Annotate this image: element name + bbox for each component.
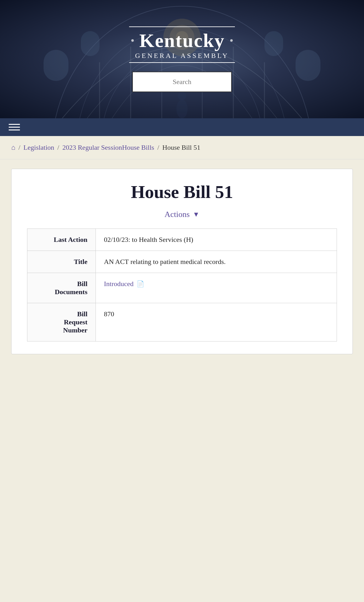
- logo-dot-right: [230, 39, 233, 42]
- actions-arrow-icon: ▼: [193, 210, 200, 219]
- value-last-action: 02/10/23: to Health Services (H): [96, 229, 337, 251]
- value-bill-request: 870: [96, 303, 337, 341]
- label-bill-request: BillRequestNumber: [27, 303, 96, 341]
- breadcrumb-session[interactable]: 2023 Regular Session: [62, 143, 122, 152]
- breadcrumb-sep-1: /: [57, 143, 59, 152]
- breadcrumb-sep-3: /: [157, 143, 159, 152]
- table-row-title: Title AN ACT relating to patient medical…: [27, 251, 337, 273]
- hamburger-line-3: [9, 129, 20, 130]
- search-input[interactable]: [132, 72, 232, 92]
- logo-area: Kentucky General Assembly: [129, 26, 235, 63]
- svg-point-17: [178, 92, 186, 100]
- breadcrumb-sep-0: /: [18, 143, 20, 152]
- logo-line-top: [129, 26, 235, 27]
- introduced-link[interactable]: Introduced 📄: [104, 280, 329, 288]
- navbar: [0, 118, 364, 136]
- table-row-bill-request: BillRequestNumber 870: [27, 303, 337, 341]
- breadcrumb-legislation[interactable]: Legislation: [23, 143, 54, 152]
- actions-container: Actions ▼: [27, 210, 337, 219]
- main-content: House Bill 51 Actions ▼ Last Action 02/1…: [11, 169, 353, 354]
- breadcrumb-home[interactable]: ⌂: [11, 143, 15, 152]
- logo-line-bottom: [129, 62, 235, 63]
- breadcrumb-current: House Bill 51: [162, 143, 200, 152]
- actions-label: Actions: [165, 210, 190, 219]
- svg-rect-9: [264, 31, 283, 56]
- label-title: Title: [27, 251, 96, 273]
- breadcrumb-house-bills[interactable]: House Bills: [122, 143, 154, 152]
- breadcrumb: ⌂ / Legislation / 2023 Regular Session H…: [0, 136, 364, 159]
- pdf-icon: 📄: [137, 280, 144, 288]
- table-row-bill-documents: BillDocuments Introduced 📄: [27, 273, 337, 303]
- hero-content: Kentucky General Assembly: [129, 26, 235, 92]
- site-subtitle: General Assembly: [135, 52, 229, 60]
- label-last-action: Last Action: [27, 229, 96, 251]
- hamburger-menu[interactable]: [9, 124, 20, 130]
- logo-title: Kentucky: [131, 30, 233, 52]
- value-title: AN ACT relating to patient medical recor…: [96, 251, 337, 273]
- svg-rect-6: [44, 50, 68, 81]
- bill-details-table: Last Action 02/10/23: to Health Services…: [27, 228, 337, 341]
- svg-rect-7: [296, 50, 320, 81]
- introduced-label: Introduced: [104, 280, 133, 288]
- hamburger-line-1: [9, 124, 20, 125]
- hero-header: Kentucky General Assembly: [0, 0, 364, 118]
- bill-title: House Bill 51: [27, 181, 337, 202]
- site-title: Kentucky: [139, 30, 225, 52]
- hamburger-line-2: [9, 127, 20, 128]
- label-bill-documents: BillDocuments: [27, 273, 96, 303]
- svg-point-16: [176, 100, 188, 118]
- logo-dot-left: [131, 39, 134, 42]
- value-bill-documents: Introduced 📄: [96, 273, 337, 303]
- svg-rect-8: [81, 31, 100, 56]
- actions-button[interactable]: Actions ▼: [165, 210, 200, 219]
- table-row-last-action: Last Action 02/10/23: to Health Services…: [27, 229, 337, 251]
